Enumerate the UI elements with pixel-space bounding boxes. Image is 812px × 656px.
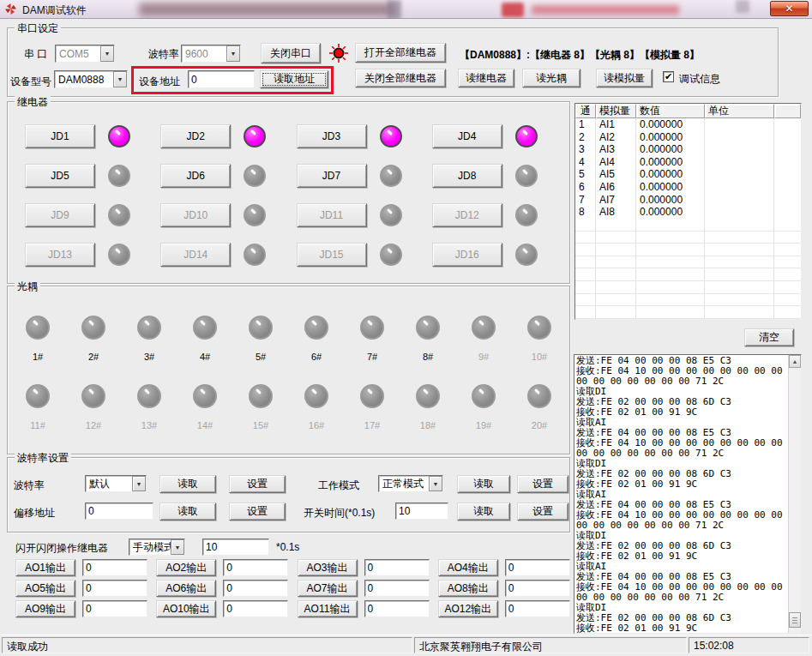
analog-output-button[interactable]: AO6输出 [156,580,216,597]
analog-output-button[interactable]: AO8输出 [438,580,498,597]
device-address-input[interactable] [188,70,255,88]
switch-time-read-button[interactable]: 读取 [457,503,510,521]
open-all-relays-button[interactable]: 打开全部继电器 [355,43,446,63]
analog-output-value-input[interactable] [364,600,430,617]
offset-set-button[interactable]: 设置 [229,503,286,521]
opto-channel: 17# [354,384,390,430]
analog-output-button[interactable]: AO7输出 [298,580,358,597]
relay-toggle-button[interactable]: JD1 [25,124,95,148]
opto-channel-label: 10# [532,352,547,362]
relay-state-led [515,125,538,147]
analog-output-value-input[interactable] [505,559,570,576]
relay-state-led [244,204,266,226]
relay-toggle-button[interactable]: JD2 [160,124,231,148]
log-scrollbar[interactable]: ▲ [788,355,801,633]
analog-output-value-input[interactable] [82,559,147,576]
analog-output-cell: AO8输出 [430,580,570,600]
flash-time-input[interactable] [202,539,269,556]
clear-log-button[interactable]: 清空 [744,328,794,346]
cell-unit [705,181,774,194]
opto-channel: 5# [243,316,279,362]
analog-output-value-input[interactable] [364,580,430,597]
analog-output-cell: AO1输出 [7,559,147,580]
read-analog-button[interactable]: 读模拟量 [596,69,653,87]
read-opto-button[interactable]: 读光耦 [522,69,580,87]
relay-toggle-button[interactable]: JD6 [160,164,231,188]
log-line: 00 00 00 00 00 00 00 71 2C [576,376,787,387]
analog-output-value-input[interactable] [223,580,288,597]
relay-toggle-button[interactable]: JD15 [297,243,367,267]
log-line: 接收:FE 02 01 00 91 9C [576,551,787,562]
opto-channel-label: 8# [423,352,433,362]
workmode-set-button[interactable]: 设置 [517,475,568,493]
close-all-relays-button[interactable]: 关闭全部继电器 [355,69,446,87]
analog-output-value-input[interactable] [223,559,288,576]
analog-output-button[interactable]: AO11输出 [298,600,358,617]
analog-output-button[interactable]: AO5输出 [15,580,75,597]
analog-output-button[interactable]: AO2输出 [156,559,216,576]
analog-output-value-input[interactable] [364,559,430,576]
workmode-read-button[interactable]: 读取 [457,475,510,493]
scrollbar-thumb[interactable] [789,612,801,628]
com-port-select[interactable]: COM5 ▼ [55,45,115,63]
close-button[interactable]: ✕ [770,1,809,16]
switch-time-label: 开关时间(*0.1s) [304,506,375,521]
relay-toggle-button[interactable]: JD14 [160,243,231,267]
opto-channel: 1# [20,316,56,362]
relay-state-led [244,125,266,147]
device-model-select[interactable]: DAM0888 ▼ [54,70,128,88]
opto-channel-label: 15# [253,420,268,430]
relay-cell: JD4 [425,123,561,162]
cell-analog: AI4 [596,156,636,169]
relay-toggle-button[interactable]: JD12 [432,203,502,227]
opto-state-led [304,316,328,340]
relay-toggle-button[interactable]: JD5 [25,164,95,188]
flash-relay-label: 闪开闪闭操作继电器 [15,541,108,556]
switch-time-input[interactable] [395,503,448,520]
analog-output-cell: AO6输出 [147,580,288,600]
device-model-label: 设备型号 [10,75,51,89]
relay-toggle-button[interactable]: JD16 [432,243,502,267]
relay-toggle-button[interactable]: JD3 [297,124,367,148]
baudrate-select[interactable]: 9600 ▼ [181,45,241,63]
analog-output-button[interactable]: AO4输出 [438,559,498,576]
relay-toggle-button[interactable]: JD13 [25,243,95,267]
close-port-button[interactable]: 关闭串口 [261,43,321,63]
relay-toggle-button[interactable]: JD9 [25,203,95,227]
debug-info-checkbox[interactable]: ✔ [663,71,674,82]
analog-output-value-input[interactable] [505,600,570,617]
read-relay-button[interactable]: 读继电器 [458,69,514,87]
analog-output-button[interactable]: AO10输出 [156,600,216,617]
scroll-up-icon[interactable]: ▲ [789,355,801,368]
analog-output-value-input[interactable] [82,600,147,617]
workmode-select[interactable]: 正常模式 ▼ [378,475,443,492]
relay-toggle-button[interactable]: JD8 [432,164,502,188]
flash-relay-section: 闪开闪闭操作继电器 手动模式 ▼ *0.1s [7,537,570,559]
analog-output-button[interactable]: AO3输出 [298,559,358,576]
analog-output-cell: AO3输出 [289,559,430,580]
relay-cell: JD5 [18,162,153,202]
baud-read-button[interactable]: 读取 [159,475,216,493]
switch-time-set-button[interactable]: 设置 [517,503,568,521]
relay-toggle-button[interactable]: JD10 [160,203,231,227]
relay-toggle-button[interactable]: JD7 [297,164,367,188]
cell-unit [705,194,774,207]
read-address-button[interactable]: 读取地址 [260,70,328,88]
analog-output-button[interactable]: AO12输出 [438,600,498,617]
analog-output-value-input[interactable] [223,600,288,617]
flash-mode-select[interactable]: 手动模式 ▼ [129,539,185,556]
analog-output-button[interactable]: AO9输出 [15,600,75,617]
analog-output-value-input[interactable] [505,580,570,597]
baud-set-button[interactable]: 设置 [229,475,286,493]
opto-channel: 4# [187,316,223,362]
baud-select[interactable]: 默认 ▼ [85,475,147,492]
relay-state-led [108,125,130,147]
offset-read-button[interactable]: 读取 [159,503,216,521]
relay-toggle-button[interactable]: JD11 [297,203,367,227]
analog-output-button[interactable]: AO1输出 [15,559,75,576]
opto-channel-label: 3# [144,352,154,362]
relay-toggle-button[interactable]: JD4 [432,124,502,148]
opto-state-led [416,384,440,408]
analog-output-value-input[interactable] [82,580,147,597]
offset-address-input[interactable] [85,503,153,520]
